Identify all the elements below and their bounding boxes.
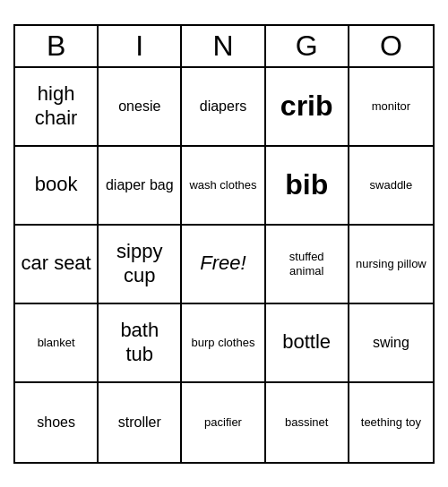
- bingo-cell: book: [15, 147, 99, 226]
- cell-text: Free!: [200, 252, 246, 275]
- bingo-cell: nursing pillow: [349, 226, 433, 304]
- cell-text: crib: [280, 89, 333, 123]
- cell-text: bottle: [282, 330, 331, 354]
- bingo-cell: sippy cup: [99, 226, 182, 304]
- cell-text: bath tub: [104, 319, 175, 366]
- bingo-cell: high chair: [15, 68, 99, 147]
- bingo-header: BINGO: [15, 26, 433, 68]
- bingo-cell: bottle: [266, 304, 349, 383]
- bingo-cell: stuffed animal: [266, 226, 349, 304]
- cell-text: swing: [373, 334, 409, 351]
- cell-text: wash clothes: [189, 178, 256, 192]
- bingo-cell: blanket: [15, 304, 99, 383]
- header-letter: N: [182, 26, 265, 66]
- cell-text: bassinet: [285, 415, 328, 430]
- bingo-cell: wash clothes: [182, 147, 265, 226]
- bingo-cell: diapers: [182, 68, 265, 147]
- bingo-cell: bassinet: [266, 383, 349, 462]
- bingo-cell: crib: [266, 68, 349, 147]
- bingo-grid: high chaironesiediaperscribmonitorbookdi…: [15, 68, 433, 462]
- header-letter: O: [349, 26, 433, 66]
- bingo-card: BINGO high chaironesiediaperscribmonitor…: [13, 24, 435, 464]
- cell-text: stuffed animal: [271, 250, 342, 278]
- header-letter: I: [99, 26, 182, 66]
- cell-text: nursing pillow: [356, 257, 426, 271]
- cell-text: bib: [285, 167, 328, 201]
- bingo-cell: shoes: [15, 383, 99, 462]
- cell-text: high chair: [21, 82, 91, 130]
- cell-text: swaddle: [370, 178, 413, 192]
- bingo-cell: swaddle: [349, 147, 433, 226]
- cell-text: car seat: [21, 252, 90, 275]
- header-letter: G: [266, 26, 349, 66]
- cell-text: pacifier: [204, 415, 242, 430]
- bingo-cell: bath tub: [99, 304, 182, 383]
- bingo-cell: burp clothes: [182, 304, 265, 383]
- cell-text: diapers: [200, 98, 246, 115]
- bingo-cell: swing: [349, 304, 433, 383]
- cell-text: book: [35, 173, 78, 196]
- bingo-cell: car seat: [15, 226, 99, 304]
- cell-text: stroller: [118, 414, 161, 431]
- bingo-cell: diaper bag: [99, 147, 182, 226]
- bingo-cell: stroller: [99, 383, 182, 462]
- bingo-cell: monitor: [349, 68, 433, 147]
- bingo-cell: onesie: [99, 68, 182, 147]
- header-letter: B: [15, 26, 99, 66]
- bingo-cell: teething toy: [349, 383, 433, 462]
- bingo-cell: pacifier: [182, 383, 265, 462]
- cell-text: teething toy: [361, 415, 421, 430]
- bingo-cell: Free!: [182, 226, 265, 304]
- cell-text: blanket: [38, 336, 75, 350]
- cell-text: onesie: [118, 98, 160, 115]
- bingo-cell: bib: [266, 147, 349, 226]
- cell-text: shoes: [37, 414, 75, 431]
- cell-text: burp clothes: [192, 336, 255, 350]
- cell-text: monitor: [372, 99, 410, 114]
- cell-text: sippy cup: [104, 240, 175, 287]
- cell-text: diaper bag: [106, 176, 174, 193]
